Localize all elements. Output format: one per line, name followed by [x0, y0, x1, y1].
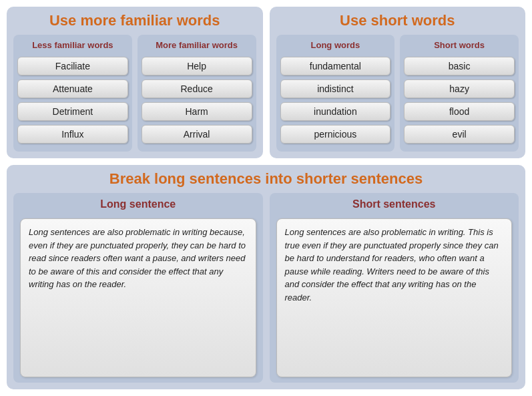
- familiar-panel: Use more familiar words Less familiar wo…: [7, 7, 263, 158]
- long-sentence-header: Long sentence: [20, 198, 256, 210]
- more-familiar-header: More familiar words: [156, 40, 238, 50]
- list-item: Arrival: [142, 125, 252, 144]
- list-item: Help: [142, 57, 252, 75]
- list-item: Influx: [17, 125, 128, 144]
- list-item: evil: [404, 125, 515, 144]
- top-section: Use more familiar words Less familiar wo…: [7, 7, 525, 158]
- list-item: Harm: [142, 102, 252, 121]
- list-item: Faciliate: [17, 57, 128, 75]
- more-familiar-column: More familiar words Help Reduce Harm Arr…: [138, 35, 256, 152]
- less-familiar-column: Less familiar words Faciliate Attenuate …: [13, 35, 132, 152]
- list-item: pernicious: [280, 125, 391, 144]
- list-item: Reduce: [142, 79, 252, 98]
- long-words-header: Long words: [311, 40, 360, 50]
- list-item: hazy: [404, 79, 515, 98]
- sentences-columns: Long sentence Long sentences are also pr…: [13, 193, 519, 383]
- long-sentence-column: Long sentence Long sentences are also pr…: [13, 193, 263, 383]
- short-panel: Use short words Long words fundamental i…: [270, 7, 526, 158]
- long-words-column: Long words fundamental indistinct inunda…: [276, 35, 395, 152]
- familiar-title: Use more familiar words: [13, 12, 256, 29]
- main-container: Use more familiar words Less familiar wo…: [0, 0, 532, 396]
- long-sentence-box: Long sentences are also problematic in w…: [20, 218, 256, 377]
- list-item: flood: [404, 102, 515, 121]
- list-item: basic: [404, 57, 515, 75]
- short-title: Use short words: [276, 12, 519, 29]
- less-familiar-header: Less familiar words: [32, 40, 113, 50]
- short-sentence-column: Short sentences Long sentences are also …: [270, 193, 519, 383]
- short-sentence-header: Short sentences: [276, 198, 513, 210]
- list-item: Attenuate: [17, 79, 128, 98]
- list-item: inundation: [280, 102, 391, 121]
- short-columns: Long words fundamental indistinct inunda…: [276, 35, 519, 152]
- sentences-panel: Break long sentences into shorter senten…: [7, 165, 525, 389]
- list-item: Detriment: [17, 102, 128, 121]
- short-words-header: Short words: [434, 40, 485, 50]
- list-item: fundamental: [280, 57, 391, 75]
- short-sentence-text: Long sentences are also problematic in w…: [285, 226, 504, 304]
- long-sentence-text: Long sentences are also problematic in w…: [29, 226, 248, 291]
- familiar-columns: Less familiar words Faciliate Attenuate …: [13, 35, 256, 152]
- sentences-title: Break long sentences into shorter senten…: [13, 170, 519, 188]
- short-words-column: Short words basic hazy flood evil: [400, 35, 519, 152]
- list-item: indistinct: [280, 79, 391, 98]
- short-sentence-box: Long sentences are also problematic in w…: [276, 218, 513, 377]
